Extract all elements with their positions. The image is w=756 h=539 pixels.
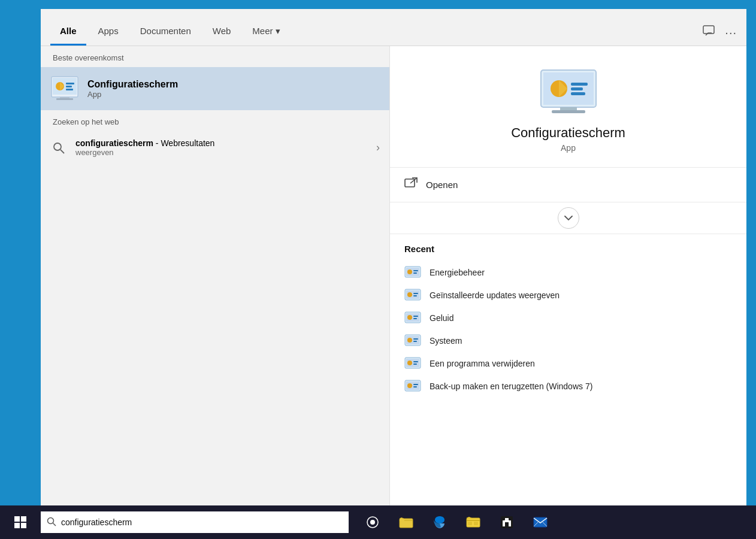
recent-item-icon-1 <box>404 289 421 302</box>
svg-rect-30 <box>413 295 417 296</box>
web-search-header: Zoeken op het web <box>41 110 389 131</box>
web-search-icon <box>50 140 67 156</box>
best-match-item[interactable]: Configuratiescherm App <box>41 67 389 110</box>
taskbar-search-box[interactable]: configuratiescherm <box>41 511 349 533</box>
tab-meer[interactable]: Meer ▾ <box>243 19 289 46</box>
recent-item-1[interactable]: Geïnstalleerde updates weergeven <box>404 284 732 307</box>
mail-button[interactable] <box>524 505 557 539</box>
svg-rect-6 <box>66 89 73 90</box>
web-search-main: configuratiescherm - Webresultaten <box>75 138 376 148</box>
recent-item-label-2: Geluid <box>430 313 453 323</box>
svg-rect-56 <box>400 519 404 521</box>
web-search-sub: weergeven <box>75 148 376 157</box>
file-explorer-button[interactable] <box>389 505 423 539</box>
best-match-header: Beste overeenkomst <box>41 46 389 67</box>
recent-item-label-1: Geïnstalleerde updates weergeven <box>430 290 560 300</box>
svg-rect-4 <box>66 83 74 84</box>
svg-rect-5 <box>66 86 72 87</box>
app-name-large: Configuratiescherm <box>511 125 625 141</box>
svg-rect-16 <box>571 92 585 95</box>
expand-button[interactable] <box>558 207 579 229</box>
recent-item-label-4: Een programma verwijderen <box>430 359 535 368</box>
svg-rect-45 <box>413 364 417 365</box>
recent-item-0[interactable]: Energiebeheer <box>404 261 732 284</box>
svg-rect-44 <box>413 361 418 362</box>
recent-item-2[interactable]: Geluid <box>404 307 732 329</box>
expand-section <box>390 202 746 234</box>
feedback-icon[interactable] <box>702 25 715 41</box>
recent-item-4[interactable]: Een programma verwijderen <box>404 352 732 375</box>
tab-web[interactable]: Web <box>203 19 241 46</box>
open-section[interactable]: Openen <box>390 168 746 202</box>
open-icon <box>404 177 418 192</box>
svg-rect-58 <box>467 520 480 521</box>
svg-rect-35 <box>413 318 417 319</box>
svg-rect-40 <box>413 341 417 342</box>
microsoft-store-button[interactable] <box>490 505 524 539</box>
right-panel: Configuratiescherm App Openen <box>389 46 746 512</box>
open-label: Openen <box>426 180 458 190</box>
best-match-app-icon <box>50 74 79 103</box>
recent-header: Recent <box>404 244 732 254</box>
tab-apps[interactable]: Apps <box>89 19 128 46</box>
left-panel: Beste overeenkomst <box>41 46 389 512</box>
web-search-text: configuratiescherm - Webresultaten weerg… <box>75 138 376 157</box>
recent-item-icon-5 <box>404 380 421 393</box>
svg-rect-63 <box>534 517 547 527</box>
taskbar-search-icon <box>47 517 56 528</box>
app-detail-top: Configuratiescherm App <box>390 46 746 168</box>
chevron-right-icon: › <box>376 141 380 154</box>
content-area: Beste overeenkomst <box>41 46 746 512</box>
windows-logo-icon <box>14 516 26 528</box>
svg-rect-49 <box>413 384 418 385</box>
recent-item-icon-2 <box>404 311 421 325</box>
svg-rect-39 <box>413 338 418 340</box>
svg-rect-60 <box>474 522 478 525</box>
svg-rect-62 <box>505 522 509 526</box>
best-match-text: Configuratiescherm App <box>87 79 178 99</box>
svg-point-54 <box>370 520 375 525</box>
taskbar-icons <box>356 505 557 539</box>
svg-line-10 <box>61 150 64 153</box>
svg-point-43 <box>407 361 412 365</box>
tab-documenten[interactable]: Documenten <box>131 19 201 46</box>
best-match-subtitle: App <box>87 90 178 99</box>
svg-rect-59 <box>468 522 472 525</box>
chevron-down-icon: ▾ <box>276 26 280 37</box>
more-options-icon[interactable]: ··· <box>725 26 737 40</box>
best-match-title: Configuratiescherm <box>87 79 178 90</box>
taskbar-search-text: configuratiescherm <box>61 517 132 527</box>
tabs-bar: Alle Apps Documenten Web Meer ▾ ··· <box>41 9 746 46</box>
edge-browser-button[interactable] <box>423 505 456 539</box>
svg-rect-15 <box>571 87 583 90</box>
recent-item-icon-4 <box>404 357 421 370</box>
web-search-item[interactable]: configuratiescherm - Webresultaten weerg… <box>41 131 389 164</box>
svg-rect-8 <box>56 98 73 100</box>
tab-alle[interactable]: Alle <box>50 19 86 46</box>
svg-rect-18 <box>552 110 585 113</box>
recent-item-icon-0 <box>404 266 421 279</box>
recent-item-3[interactable]: Systeem <box>404 329 732 352</box>
svg-point-23 <box>407 270 412 274</box>
svg-point-9 <box>54 143 61 150</box>
svg-rect-34 <box>413 316 418 317</box>
recent-item-label-0: Energiebeheer <box>430 268 485 277</box>
start-button[interactable] <box>0 505 41 539</box>
recent-item-5[interactable]: Back-up maken en terugzetten (Windows 7) <box>404 375 732 398</box>
task-view-button[interactable] <box>356 505 389 539</box>
svg-rect-25 <box>413 272 417 274</box>
svg-rect-14 <box>571 83 588 86</box>
svg-point-33 <box>407 315 412 320</box>
recent-item-label-5: Back-up maken en terugzetten (Windows 7) <box>430 381 592 391</box>
recent-item-icon-3 <box>404 334 421 347</box>
svg-point-51 <box>48 517 54 523</box>
svg-point-48 <box>407 383 412 388</box>
app-type: App <box>561 143 576 153</box>
recent-item-label-3: Systeem <box>430 336 462 346</box>
svg-rect-29 <box>413 293 418 294</box>
recent-section: Recent Energiebeheer <box>390 234 746 512</box>
app-icon-large <box>539 68 598 116</box>
taskbar: configuratiescherm <box>0 505 756 539</box>
svg-point-28 <box>407 292 412 297</box>
file-manager-button[interactable] <box>456 505 490 539</box>
